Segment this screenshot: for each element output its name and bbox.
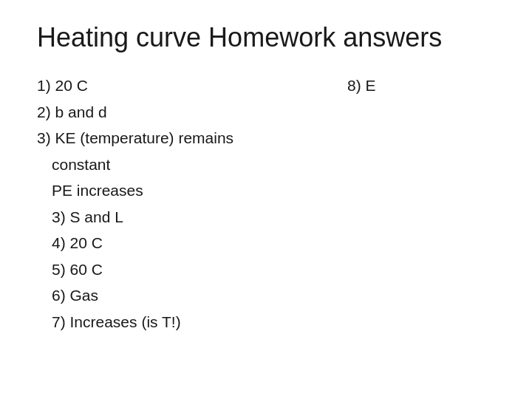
page-title: Heating curve Homework answers <box>37 22 495 53</box>
item-text: 7) Increases (is T!) <box>52 313 181 330</box>
list-item: 6) Gas <box>37 284 347 307</box>
left-column: 1) 20 C 2) b and d 3) KE (temperature) r… <box>37 74 347 336</box>
list-item: 3) KE (temperature) remains <box>37 126 347 150</box>
item-text: 2) b and d <box>37 103 107 120</box>
content-area: 1) 20 C 2) b and d 3) KE (temperature) r… <box>37 74 495 336</box>
item-text: 3) KE (temperature) remains <box>37 129 233 146</box>
item-text: 5) 60 C <box>52 261 103 278</box>
list-item: 5) 60 C <box>37 258 347 282</box>
list-item: 2) b and d <box>37 100 347 124</box>
right-answer: 8) E <box>347 74 495 98</box>
right-answer-text: 8) E <box>347 77 376 94</box>
item-text: 6) Gas <box>52 287 98 304</box>
list-item: 1) 20 C <box>37 74 347 98</box>
list-item: constant <box>37 153 347 177</box>
page-container: Heating curve Homework answers 1) 20 C 2… <box>0 0 532 399</box>
list-item: 7) Increases (is T!) <box>37 310 347 334</box>
list-item: 3) S and L <box>37 205 347 229</box>
item-text: constant <box>52 156 110 173</box>
item-text: 3) S and L <box>52 208 123 225</box>
item-text: 1) 20 C <box>37 77 88 94</box>
list-item: 4) 20 C <box>37 231 347 255</box>
list-item: PE increases <box>37 179 347 202</box>
item-text: 4) 20 C <box>52 234 103 251</box>
right-column: 8) E <box>347 74 495 336</box>
item-text: PE increases <box>52 182 143 199</box>
